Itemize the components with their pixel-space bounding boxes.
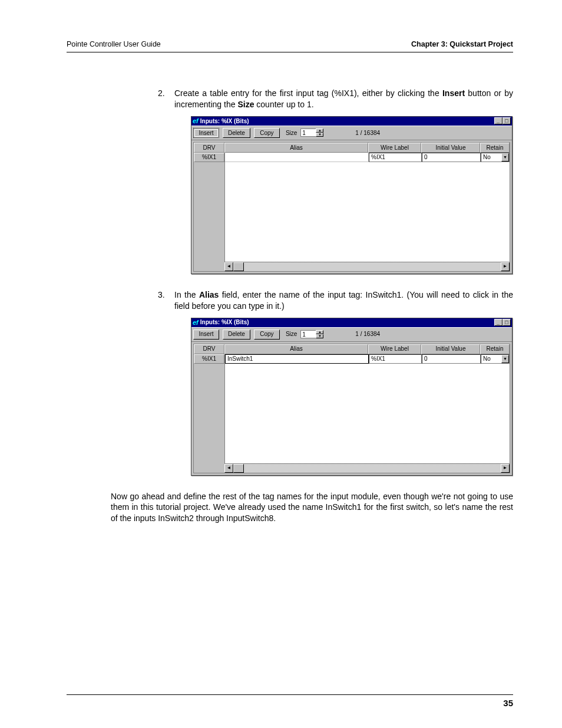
header-right: Chapter 3: Quickstart Project: [411, 40, 513, 48]
row-header-column: %IX1: [194, 153, 225, 271]
running-header: Pointe Controller User Guide Chapter 3: …: [67, 40, 513, 52]
step-2: 2. Create a table entry for the first in…: [158, 88, 513, 274]
toolbar: Insert Delete Copy Size ▲ ▼ 1 / 16384: [191, 126, 512, 140]
screenshot-1: ef Inputs: %IX (Bits) _ □ Insert Delete …: [191, 116, 513, 274]
step-3-bold-alias: Alias: [199, 290, 219, 299]
step-3-number: 3.: [158, 289, 165, 301]
spinner-down-icon[interactable]: ▼: [316, 334, 323, 338]
scroll-thumb[interactable]: [233, 262, 244, 271]
grid-header-row: DRV Alias Wire Label Initial Value Retai…: [194, 143, 510, 153]
insert-button[interactable]: Insert: [193, 330, 219, 340]
copy-button[interactable]: Copy: [254, 330, 280, 340]
horizontal-scrollbar[interactable]: ◄ ►: [224, 262, 510, 271]
dropdown-icon[interactable]: ▼: [501, 355, 509, 363]
scroll-right-icon[interactable]: ►: [501, 262, 510, 271]
table-row: %IX1 0 No ▼: [225, 153, 510, 162]
col-initial-value[interactable]: Initial Value: [421, 143, 480, 153]
size-input[interactable]: [300, 330, 316, 338]
col-alias[interactable]: Alias: [224, 143, 368, 153]
page-number: 35: [503, 698, 513, 708]
col-alias[interactable]: Alias: [224, 344, 368, 354]
row-header[interactable]: %IX1: [194, 153, 224, 162]
step-2-text-c: counter up to 1.: [254, 100, 313, 109]
footer-rule: [67, 694, 513, 695]
step-3-text-b: field, enter the name of the input tag: …: [174, 290, 513, 311]
minimize-button[interactable]: _: [494, 319, 503, 326]
col-retain[interactable]: Retain: [480, 143, 510, 153]
cell-initial-value[interactable]: 0: [422, 153, 481, 162]
col-drv[interactable]: DRV: [194, 143, 224, 153]
copy-button[interactable]: Copy: [254, 128, 280, 138]
spinner-up-icon[interactable]: ▲: [316, 330, 323, 334]
row-header-column: %IX1: [194, 354, 225, 473]
scroll-left-icon[interactable]: ◄: [224, 464, 233, 473]
col-retain[interactable]: Retain: [480, 344, 510, 354]
size-input[interactable]: [300, 129, 316, 137]
cell-wire-label[interactable]: %IX1: [369, 354, 422, 364]
window-title: Inputs: %IX (Bits): [200, 117, 249, 126]
body-content: 2. Create a table entry for the first in…: [158, 88, 513, 524]
maximize-button[interactable]: □: [503, 117, 511, 124]
cell-retain-value: No: [483, 153, 491, 162]
document-page: Pointe Controller User Guide Chapter 3: …: [0, 0, 562, 728]
insert-button[interactable]: Insert: [193, 128, 219, 138]
table-row: InSwitch1 %IX1 0 No ▼: [225, 354, 510, 364]
delete-button[interactable]: Delete: [223, 330, 250, 340]
screenshot-2: ef Inputs: %IX (Bits) _ □ Insert Delete …: [191, 318, 513, 476]
window-titlebar[interactable]: ef Inputs: %IX (Bits) _ □: [191, 318, 512, 327]
size-label: Size: [286, 129, 297, 137]
col-drv[interactable]: DRV: [194, 344, 224, 354]
step-3: 3. In the Alias field, enter the name of…: [158, 289, 513, 476]
tag-grid: DRV Alias Wire Label Initial Value Retai…: [193, 142, 510, 272]
maximize-button[interactable]: □: [503, 319, 511, 326]
scroll-right-icon[interactable]: ►: [501, 464, 510, 473]
step-2-text-a: Create a table entry for the first input…: [174, 88, 442, 98]
size-spinner[interactable]: ▲ ▼: [300, 330, 323, 338]
scroll-thumb[interactable]: [233, 464, 244, 473]
minimize-button[interactable]: _: [494, 117, 503, 124]
cell-wire-label[interactable]: %IX1: [369, 153, 422, 162]
horizontal-scrollbar[interactable]: ◄ ►: [224, 463, 510, 473]
size-counter: 1 / 16384: [355, 129, 380, 137]
window-title: Inputs: %IX (Bits): [200, 318, 249, 327]
col-wire-label[interactable]: Wire Label: [368, 344, 421, 354]
cell-alias[interactable]: InSwitch1: [225, 354, 369, 364]
row-header[interactable]: %IX1: [194, 354, 224, 364]
toolbar: Insert Delete Copy Size ▲ ▼ 1 / 16384: [191, 327, 512, 342]
size-label: Size: [286, 330, 297, 338]
step-2-number: 2.: [158, 88, 165, 99]
size-spinner[interactable]: ▲ ▼: [300, 129, 323, 137]
cell-alias[interactable]: [225, 153, 369, 162]
cell-retain-value: No: [483, 355, 491, 363]
tag-grid: DRV Alias Wire Label Initial Value Retai…: [193, 344, 510, 473]
step-2-bold-insert: Insert: [442, 88, 465, 98]
grid-header-row: DRV Alias Wire Label Initial Value Retai…: [194, 344, 510, 354]
cell-initial-value[interactable]: 0: [422, 354, 481, 364]
closing-paragraph: Now go ahead and define the rest of the …: [111, 491, 513, 525]
cell-retain[interactable]: No ▼: [481, 354, 510, 364]
step-3-text-a: In the: [174, 290, 199, 299]
col-initial-value[interactable]: Initial Value: [421, 344, 480, 354]
window-titlebar[interactable]: ef Inputs: %IX (Bits) _ □: [191, 117, 512, 126]
spinner-up-icon[interactable]: ▲: [316, 129, 323, 133]
app-icon: ef: [193, 117, 199, 126]
header-left: Pointe Controller User Guide: [67, 40, 161, 48]
delete-button[interactable]: Delete: [223, 128, 250, 138]
spinner-down-icon[interactable]: ▼: [316, 133, 323, 137]
step-2-bold-size: Size: [237, 100, 254, 109]
app-icon: ef: [193, 318, 199, 327]
scroll-left-icon[interactable]: ◄: [224, 262, 233, 271]
cell-retain[interactable]: No ▼: [481, 153, 510, 162]
size-counter: 1 / 16384: [355, 330, 380, 338]
dropdown-icon[interactable]: ▼: [501, 153, 509, 162]
col-wire-label[interactable]: Wire Label: [368, 143, 421, 153]
